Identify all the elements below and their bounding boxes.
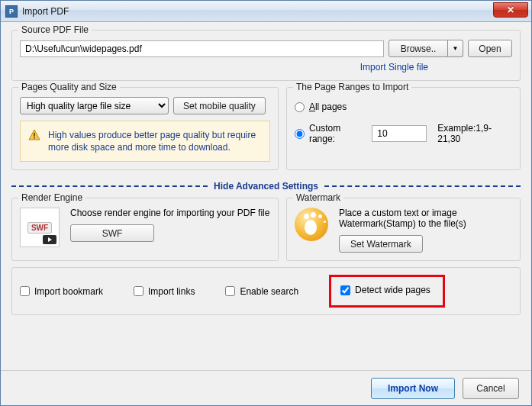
radio-all-label: All pages	[309, 102, 347, 112]
chk-wide-label: Detect wide pages	[355, 285, 430, 295]
advanced-separator: Hide Advanced Settings	[11, 181, 521, 192]
set-watermark-button[interactable]: Set Watermark	[339, 235, 423, 253]
group-watermark-legend: Watermark	[293, 192, 343, 203]
group-ranges: The Page Ranges to Import All pages Cust…	[286, 87, 521, 170]
source-path-input[interactable]	[20, 40, 384, 57]
dialog-body: Source PDF File Browse.. ▼ Open Import S…	[1, 22, 531, 370]
dialog-window: P Import PDF ✕ Source PDF File Browse.. …	[0, 0, 532, 406]
group-quality: Pages Quality and Size High quality larg…	[11, 87, 279, 170]
dialog-footer: Import Now Cancel	[1, 370, 531, 405]
chk-links-wrap: Import links	[134, 286, 195, 297]
footprint-icon	[295, 208, 328, 241]
chk-bookmark[interactable]	[20, 286, 30, 296]
svg-rect-1	[34, 133, 35, 137]
svg-rect-2	[34, 137, 35, 139]
browse-split: Browse.. ▼	[389, 40, 463, 57]
group-render: Render Engine SWF Choose render engine f…	[11, 198, 279, 261]
checkbox-row: Import bookmark Import links Enable sear…	[11, 267, 521, 315]
chk-search[interactable]	[225, 286, 235, 296]
quality-info-text: High values produce better page quality …	[48, 130, 256, 153]
watermark-desc: Place a custom text or image Watermark(S…	[339, 208, 512, 229]
swf-icon: SWF	[20, 208, 60, 247]
render-desc: Choose render engine for importing your …	[70, 208, 270, 218]
chk-wide-wrap: Detect wide pages	[340, 285, 430, 295]
chk-search-label: Enable search	[240, 286, 298, 297]
chk-links-label: Import links	[148, 286, 195, 297]
cancel-button[interactable]: Cancel	[463, 378, 519, 399]
radio-all-pages[interactable]	[295, 102, 305, 112]
set-mobile-button[interactable]: Set mobile quality	[173, 97, 266, 114]
group-render-legend: Render Engine	[18, 192, 85, 203]
swf-button[interactable]: SWF	[70, 224, 154, 242]
close-button[interactable]: ✕	[493, 2, 528, 18]
chk-bookmark-label: Import bookmark	[34, 286, 103, 297]
app-icon: P	[5, 5, 18, 18]
open-button[interactable]: Open	[468, 40, 512, 57]
highlight-box: Detect wide pages	[329, 275, 445, 308]
chk-search-wrap: Enable search	[225, 286, 298, 297]
group-ranges-legend: The Page Ranges to Import	[293, 82, 411, 92]
chk-wide[interactable]	[340, 285, 350, 295]
range-example: Example:1,9-21,30	[437, 123, 512, 144]
group-quality-legend: Pages Quality and Size	[18, 82, 120, 92]
advanced-toggle-link[interactable]: Hide Advanced Settings	[208, 181, 324, 192]
group-source-legend: Source PDF File	[18, 24, 92, 35]
import-single-link[interactable]: Import Single file	[360, 62, 428, 72]
browse-button[interactable]: Browse..	[389, 40, 448, 57]
warning-icon	[28, 129, 40, 141]
radio-custom-range[interactable]	[295, 129, 305, 139]
group-watermark: Watermark Place a custom text or image W…	[286, 198, 521, 261]
radio-custom-label: Custom range:	[309, 123, 367, 144]
group-source: Source PDF File Browse.. ▼ Open Import S…	[11, 30, 521, 81]
chk-bookmark-wrap: Import bookmark	[20, 286, 103, 297]
quality-select[interactable]: High quality large file size	[20, 97, 169, 114]
import-now-button[interactable]: Import Now	[371, 378, 455, 399]
quality-info: High values produce better page quality …	[20, 121, 270, 162]
browse-dropdown[interactable]: ▼	[448, 40, 463, 57]
custom-range-input[interactable]	[372, 125, 427, 142]
window-title: Import PDF	[22, 6, 69, 17]
chk-links[interactable]	[134, 286, 143, 296]
titlebar: P Import PDF ✕	[1, 1, 531, 22]
